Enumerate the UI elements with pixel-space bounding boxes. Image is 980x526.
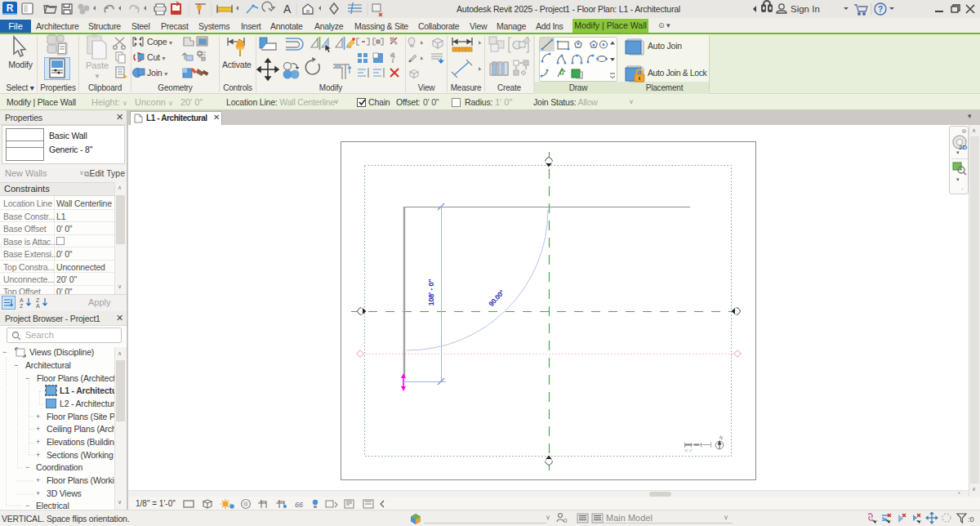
svg-text:R: R [7, 2, 14, 14]
svg-text:A: A [36, 303, 40, 309]
svg-text:Z: Z [20, 303, 24, 309]
svg-text::0: :0 [968, 515, 974, 524]
svg-text:A: A [20, 297, 24, 303]
svg-text:A: A [283, 2, 292, 16]
svg-text:108' - 0": 108' - 0" [427, 279, 435, 306]
svg-text:32'-0": 32'-0" [684, 448, 693, 452]
svg-text:Sign In: Sign In [791, 4, 820, 14]
svg-text:Z: Z [36, 297, 40, 303]
svg-text:?: ? [878, 5, 883, 14]
svg-text:66: 66 [295, 501, 303, 509]
svg-text:0: 0 [564, 517, 568, 524]
svg-text:2D: 2D [959, 144, 967, 150]
